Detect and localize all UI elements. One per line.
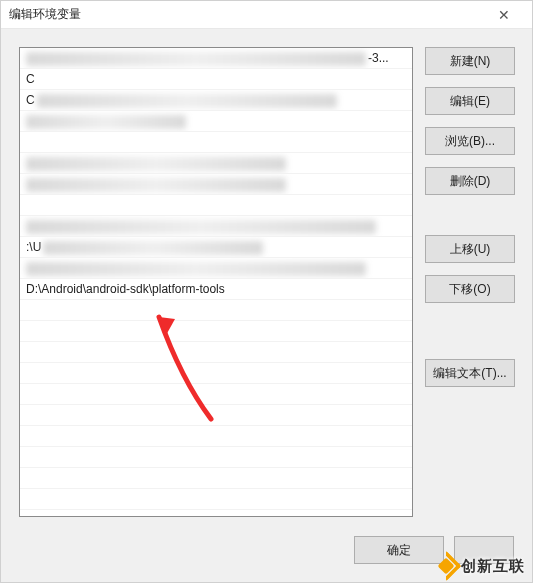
dialog-title: 编辑环境变量 [9,6,81,23]
list-item[interactable]: -3... [20,48,412,69]
list-item[interactable] [20,405,412,426]
list-item[interactable] [20,510,412,517]
redacted-text [26,262,366,276]
list-item[interactable] [20,216,412,237]
list-item-text: D:\Android\android-sdk\platform-tools [26,282,225,296]
move-down-button[interactable]: 下移(O) [425,275,515,303]
list-item-text: :\U [26,240,41,254]
list-item[interactable] [20,342,412,363]
list-item[interactable]: C [20,69,412,90]
redacted-text [26,220,376,234]
list-item[interactable] [20,321,412,342]
list-item[interactable] [20,300,412,321]
edit-text-button[interactable]: 编辑文本(T)... [425,359,515,387]
list-item-text: C [26,93,35,107]
titlebar[interactable]: 编辑环境变量 ✕ [1,1,532,29]
dialog-footer: 确定 [1,536,532,564]
list-item[interactable] [20,363,412,384]
list-item[interactable] [20,384,412,405]
close-icon[interactable]: ✕ [484,1,524,29]
dialog-body: -3...CC:\UD:\Android\android-sdk\platfor… [1,29,532,582]
list-item[interactable] [20,174,412,195]
edit-button[interactable]: 编辑(E) [425,87,515,115]
list-item[interactable] [20,153,412,174]
redacted-text [37,94,337,108]
redacted-text [26,115,186,129]
side-button-column: 新建(N) 编辑(E) 浏览(B)... 删除(D) 上移(U) 下移(O) 编… [425,47,515,387]
ok-button[interactable]: 确定 [354,536,444,564]
list-item[interactable] [20,132,412,153]
move-up-button[interactable]: 上移(U) [425,235,515,263]
list-item-text: C [26,72,35,86]
env-var-list[interactable]: -3...CC:\UD:\Android\android-sdk\platfor… [19,47,413,517]
list-item-trailing: -3... [368,51,389,65]
list-item[interactable] [20,258,412,279]
cancel-button[interactable] [454,536,514,564]
list-item[interactable] [20,447,412,468]
list-item[interactable] [20,195,412,216]
redacted-text [26,178,286,192]
list-item[interactable]: C [20,90,412,111]
redacted-text [43,241,263,255]
list-item[interactable] [20,426,412,447]
edit-env-var-dialog: 编辑环境变量 ✕ -3...CC:\UD:\Android\android-sd… [0,0,533,583]
list-item[interactable] [20,489,412,510]
list-item[interactable] [20,468,412,489]
browse-button[interactable]: 浏览(B)... [425,127,515,155]
redacted-text [26,157,286,171]
delete-button[interactable]: 删除(D) [425,167,515,195]
list-item[interactable]: D:\Android\android-sdk\platform-tools [20,279,412,300]
redacted-text [26,52,366,66]
list-item[interactable]: :\U [20,237,412,258]
new-button[interactable]: 新建(N) [425,47,515,75]
list-item[interactable] [20,111,412,132]
